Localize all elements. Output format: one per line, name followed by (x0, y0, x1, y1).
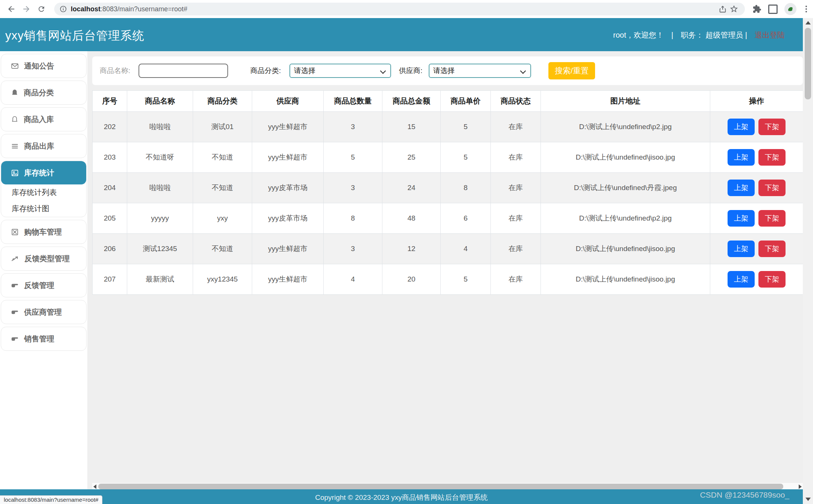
sidebar-subitem[interactable]: 库存统计图 (1, 201, 86, 217)
sidebar-item-label: 商品分类 (24, 88, 54, 98)
bookmark-star-icon[interactable] (728, 2, 740, 17)
hand-icon (11, 335, 19, 343)
image-icon (11, 169, 19, 177)
cell-supplier: yyy生鲜超市 (252, 142, 324, 173)
cell-price: 8 (441, 173, 491, 203)
sidebar-card: 商品入库 (1, 107, 87, 131)
csdn-watermark: CSDN @123456789soo_ (700, 490, 789, 499)
cell-qty: 3 (324, 112, 382, 142)
sidebar-item-label: 反馈管理 (24, 280, 54, 291)
cell-id: 204 (93, 173, 127, 203)
cell-id: 203 (93, 142, 127, 173)
scroll-down-icon[interactable] (805, 498, 811, 501)
cell-image: D:\测试上传\undefined\jisoo.jpg (541, 142, 710, 173)
shelf-on-button[interactable]: 上架 (728, 241, 755, 257)
column-header: 图片地址 (541, 91, 710, 112)
copyright-text: Copyright © 2023-2023 yxy商品销售网站后台管理系统 (0, 493, 803, 502)
cell-actions: 上架下架 (710, 173, 803, 203)
cell-status: 在库 (491, 264, 541, 295)
shelf-off-button[interactable]: 下架 (758, 210, 786, 227)
sidebar-subitem[interactable]: 库存统计列表 (1, 184, 86, 201)
sidebar-card: 商品出库 (1, 134, 87, 158)
horizontal-scroll-thumb[interactable] (98, 484, 783, 489)
cell-image: D:\测试上传\undefined\jisoo.jpg (541, 264, 710, 295)
shelf-off-button[interactable]: 下架 (758, 241, 786, 257)
welcome-text: root，欢迎您！ (613, 30, 664, 40)
category-select-value: 请选择 (294, 66, 315, 76)
address-bar[interactable]: localhost:8083/main?username=root# (54, 3, 745, 15)
sidebar-item[interactable]: 销售管理 (1, 327, 86, 350)
shelf-on-button[interactable]: 上架 (728, 271, 755, 288)
sidebar-item-label: 通知公告 (24, 61, 54, 71)
category-select[interactable]: 请选择 (289, 64, 391, 78)
vertical-scrollbar[interactable] (803, 18, 813, 504)
column-header: 商品名称 (127, 91, 193, 112)
status-bar-url: localhost:8083/main?username=root# (0, 495, 102, 504)
cell-supplier: yyy生鲜超市 (252, 234, 324, 264)
cell-status: 在库 (491, 112, 541, 142)
shelf-on-button[interactable]: 上架 (728, 180, 755, 196)
sidebar-item[interactable]: 商品出库 (1, 134, 86, 158)
column-header: 商品状态 (491, 91, 541, 112)
scroll-right-icon[interactable] (799, 484, 802, 489)
cell-category: yxy12345 (193, 264, 252, 295)
reload-icon[interactable] (34, 2, 49, 17)
sidebar-item[interactable]: 反馈管理 (1, 274, 86, 297)
sidebar-card: 购物车管理 (1, 220, 87, 244)
arrow-icon (11, 254, 19, 263)
shelf-off-button[interactable]: 下架 (758, 271, 786, 288)
cell-actions: 上架下架 (710, 234, 803, 264)
forward-icon[interactable] (19, 2, 34, 17)
supplier-select-value: 请选择 (433, 66, 455, 76)
column-header: 商品分类 (193, 91, 252, 112)
category-label: 商品分类: (250, 66, 281, 76)
cell-price: 4 (441, 234, 491, 264)
app-header: yxy销售网站后台管理系统 root，欢迎您！ | 职务： 超级管理员 | 退出… (0, 18, 803, 51)
cell-actions: 上架下架 (710, 264, 803, 295)
cell-name: 啦啦啦 (127, 112, 193, 142)
cell-status: 在库 (491, 142, 541, 173)
share-icon[interactable] (717, 2, 728, 17)
search-reset-button[interactable]: 搜索/重置 (548, 62, 595, 79)
cell-qty: 4 (324, 264, 382, 295)
page-title: yxy销售网站后台管理系统 (5, 28, 145, 44)
profile-avatar[interactable] (784, 3, 796, 15)
bell-icon (11, 116, 18, 123)
sidebar: 通知公告商品分类商品入库商品出库库存统计库存统计列表库存统计图购物车管理反馈类型… (0, 51, 87, 489)
shelf-on-button[interactable]: 上架 (728, 149, 755, 166)
shelf-off-button[interactable]: 下架 (758, 119, 786, 135)
sidebar-item-label: 库存统计 (24, 168, 54, 178)
product-name-input[interactable] (139, 64, 228, 78)
sidebar-item[interactable]: 商品入库 (1, 108, 86, 131)
scroll-left-icon[interactable] (93, 484, 96, 489)
extensions-icon[interactable] (752, 5, 761, 14)
tab-search-icon[interactable] (768, 5, 778, 14)
cell-category: 不知道 (193, 142, 252, 173)
sidebar-item[interactable]: 供应商管理 (1, 300, 86, 324)
column-header: 操作 (710, 91, 803, 112)
shelf-on-button[interactable]: 上架 (728, 119, 755, 135)
table-row: 207最新测试yxy12345yyy生鲜超市4205在库D:\测试上传\unde… (93, 264, 803, 295)
cell-actions: 上架下架 (710, 142, 803, 173)
back-icon[interactable] (4, 2, 19, 17)
sidebar-card: 反馈类型管理 (1, 247, 87, 271)
sidebar-item[interactable]: 反馈类型管理 (1, 247, 86, 270)
chevron-down-icon (520, 68, 526, 74)
browser-menu-icon[interactable] (803, 6, 809, 12)
shelf-off-button[interactable]: 下架 (758, 180, 786, 196)
scroll-up-icon[interactable] (805, 21, 811, 24)
vertical-scroll-thumb[interactable] (805, 28, 811, 99)
shelf-on-button[interactable]: 上架 (728, 210, 755, 227)
cell-category: yxy (193, 203, 252, 234)
separator: | (671, 31, 673, 40)
sidebar-item-label: 商品出库 (24, 141, 54, 151)
sidebar-item[interactable]: 商品分类 (1, 81, 86, 104)
shelf-off-button[interactable]: 下架 (758, 149, 786, 166)
sidebar-item[interactable]: 通知公告 (1, 54, 86, 78)
supplier-select[interactable]: 请选择 (429, 64, 531, 78)
x-square-icon (11, 228, 19, 236)
sidebar-item[interactable]: 购物车管理 (1, 220, 86, 244)
site-info-icon[interactable] (59, 5, 67, 13)
sidebar-item[interactable]: 库存统计 (1, 161, 86, 184)
logout-link[interactable]: 退出登陆 (755, 30, 785, 40)
